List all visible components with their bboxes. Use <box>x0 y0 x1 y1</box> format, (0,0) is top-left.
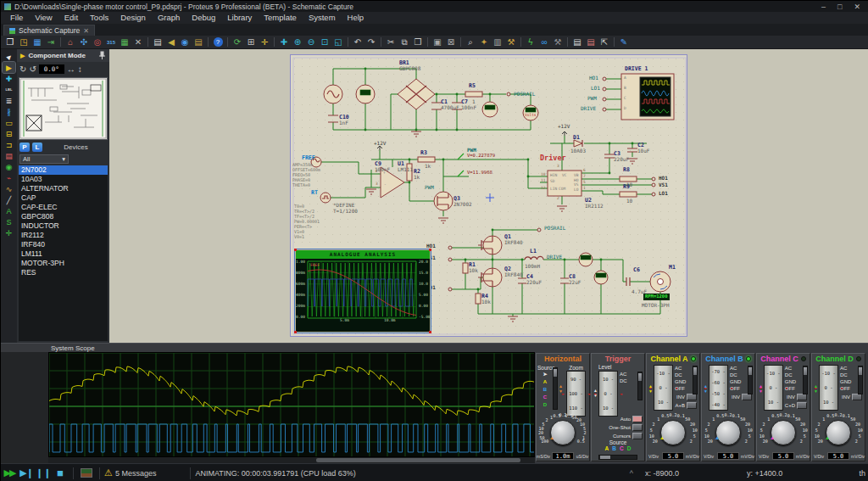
device-item-irf840[interactable]: IRF840 <box>19 240 108 249</box>
schematic-canvas[interactable]: BR1GBPC808R51C14700uFC7100nFC101nFPOSRAI… <box>109 49 868 343</box>
wire-autorouter-icon[interactable]: ϟ <box>524 36 537 48</box>
device-item-inductor[interactable]: INDUCTOR <box>19 221 108 231</box>
new-design-icon[interactable]: ❒ <box>3 36 17 48</box>
layout-view-icon[interactable]: ▦ <box>118 36 131 48</box>
minimize-button[interactable]: – <box>821 3 826 11</box>
trigger-level-dial[interactable]: 10 -0 -10 - <box>598 371 618 417</box>
subcircuit-mode-icon[interactable]: ▭ <box>3 117 15 128</box>
device-item-gbpc808[interactable]: GBPC808 <box>19 212 108 221</box>
trigger-coupling-slider[interactable] <box>637 372 643 400</box>
goto-sheet-icon[interactable]: ⇱ <box>598 36 611 48</box>
stop-simulation-button[interactable]: ■ <box>52 467 69 479</box>
rotate-cw-button[interactable]: ↻ <box>19 64 26 74</box>
device-item-lm111[interactable]: LM111 <box>19 249 108 259</box>
toggle-grid-icon[interactable]: ⊞ <box>244 36 258 48</box>
rotation-angle-field[interactable]: 0.0° <box>39 64 64 74</box>
menu-file[interactable]: File <box>4 12 29 24</box>
close-button[interactable]: ✕ <box>854 3 860 11</box>
menu-help[interactable]: Help <box>342 12 370 24</box>
decompose-icon[interactable]: ⚒ <box>504 36 518 48</box>
current-probe-mode-icon[interactable]: ∿ <box>3 183 15 194</box>
volts-div-knob[interactable]: 20105210.50.20.150201052➤ <box>757 412 810 451</box>
paste-icon[interactable]: ❐ <box>411 36 425 48</box>
save-design-icon[interactable]: ▦ <box>31 36 44 48</box>
buses-mode-icon[interactable]: ∦ <box>3 106 15 117</box>
trigger-cursors-button[interactable] <box>632 433 643 439</box>
web-search-icon[interactable]: ◉ <box>178 36 192 48</box>
device-item-2n7002[interactable]: 2N7002 <box>19 165 108 175</box>
scope-screen[interactable] <box>48 352 535 457</box>
import-section-icon[interactable]: ⇥ <box>44 36 58 48</box>
sheet-notes-icon[interactable]: ▤ <box>151 36 164 48</box>
volts-div-knob[interactable]: 20105210.50.20.150201052➤ <box>647 412 699 451</box>
cut-icon[interactable]: ✂ <box>384 36 398 48</box>
wire-label-mode-icon[interactable]: LBL <box>3 84 15 95</box>
cplusd-button[interactable] <box>797 402 807 409</box>
mirror-vertical-button[interactable]: ↕ <box>78 64 82 74</box>
menu-graph[interactable]: Graph <box>152 12 186 24</box>
horizontal-source-B[interactable]: B <box>537 386 553 394</box>
menu-edit[interactable]: Edit <box>58 12 84 24</box>
library-manager-button[interactable]: L <box>32 143 42 152</box>
generator-mode-icon[interactable]: ◉ <box>3 161 15 172</box>
menu-debug[interactable]: Debug <box>186 12 221 24</box>
open-design-icon[interactable]: ◳ <box>17 36 31 48</box>
redo-icon[interactable]: ↷ <box>364 36 378 48</box>
zoom-all-icon[interactable]: ◱ <box>331 36 345 48</box>
channel-position-dial[interactable]: -70 --60 --50 --40 - <box>709 365 728 411</box>
menu-library[interactable]: Library <box>221 12 258 24</box>
refresh-icon[interactable]: ⟳ <box>231 36 244 48</box>
trigger-source-B[interactable]: B <box>612 445 616 453</box>
device-item-10a03[interactable]: 10A03 <box>19 175 108 184</box>
center-view-icon[interactable]: ✚ <box>277 36 291 48</box>
horizontal-source-A[interactable]: A <box>537 378 553 386</box>
schematic-sheet[interactable]: BR1GBPC808R51C14700uFC7100nFC101nFPOSRAI… <box>290 54 687 337</box>
zoom-area-icon[interactable]: ⊡ <box>318 36 331 48</box>
devices-filter-dropdown[interactable]: All ▾ <box>19 154 69 164</box>
step-simulation-button[interactable]: ▶❙ <box>18 467 35 478</box>
coupling-slider[interactable] <box>748 366 753 394</box>
aplusb-button[interactable] <box>687 402 697 409</box>
pin-icon[interactable] <box>98 51 106 60</box>
rotate-ccw-button[interactable]: ↺ <box>29 64 36 74</box>
zoom-in-icon[interactable]: ⊕ <box>291 36 304 48</box>
horizontal-source-C[interactable]: C <box>537 394 553 401</box>
help-icon[interactable]: ? <box>211 36 225 48</box>
pause-simulation-button[interactable]: ❙❙ <box>35 467 52 478</box>
new-root-sheet-icon[interactable]: ▤ <box>570 36 584 48</box>
packaging-tool-icon[interactable]: ▥ <box>491 36 504 48</box>
horizontal-source-D[interactable]: D <box>537 401 553 409</box>
run-simulation-button[interactable]: ▶▶ <box>1 467 18 478</box>
menu-design[interactable]: Design <box>114 12 152 24</box>
volts-div-knob[interactable]: 20105210.50.20.150201052➤ <box>702 412 754 451</box>
block-delete-icon[interactable]: ⊠ <box>444 36 458 48</box>
menu-tools[interactable]: Tools <box>84 12 114 24</box>
device-pins-mode-icon[interactable]: ⊐ <box>3 139 15 150</box>
channel-position-dial[interactable]: -10 -0 -10 - <box>819 365 838 411</box>
watch-window-icon[interactable] <box>81 468 92 478</box>
copy-icon[interactable]: ⧉ <box>398 36 411 48</box>
trigger-source-A[interactable]: A <box>605 445 609 453</box>
trigger-auto-button[interactable] <box>632 416 643 422</box>
snap-grid-icon[interactable]: 315 <box>104 36 118 48</box>
maximize-button[interactable]: □ <box>837 3 842 11</box>
marker-mode-icon[interactable]: ✛ <box>3 227 15 238</box>
trigger-source-D[interactable]: D <box>627 445 632 453</box>
redraw-display-icon[interactable]: ⌂ <box>64 36 77 48</box>
design-notes-icon[interactable]: ✎ <box>617 36 631 48</box>
false-origin-icon[interactable]: ✛ <box>258 36 271 48</box>
channel-position-dial[interactable]: -10 -0 -10 - <box>654 365 673 411</box>
trigger-source-slider[interactable] <box>598 455 637 460</box>
device-item-cap-elec[interactable]: CAP-ELEC <box>19 203 108 212</box>
device-item-alternator[interactable]: ALTERNATOR <box>19 184 108 193</box>
analogue-analysis-graph[interactable]: ANALOGUE ANALYSIS 1.00800m600m400m200m0.… <box>295 249 431 333</box>
block-copy-icon[interactable]: ▣ <box>431 36 444 48</box>
menu-system[interactable]: System <box>303 12 342 24</box>
timebase-knob[interactable]: 1005020105210.50.20.15020105210.5➤ <box>537 412 589 451</box>
pick-parts-icon[interactable]: ⌕ <box>464 36 477 48</box>
goto-origin-icon[interactable]: ◎ <box>91 36 104 48</box>
menu-template[interactable]: Template <box>258 12 303 24</box>
remove-sheet-icon[interactable]: ▤ <box>584 36 598 48</box>
terminals-mode-icon[interactable]: ⊟ <box>3 128 15 139</box>
2d-line-icon[interactable]: ╱ <box>3 194 15 205</box>
